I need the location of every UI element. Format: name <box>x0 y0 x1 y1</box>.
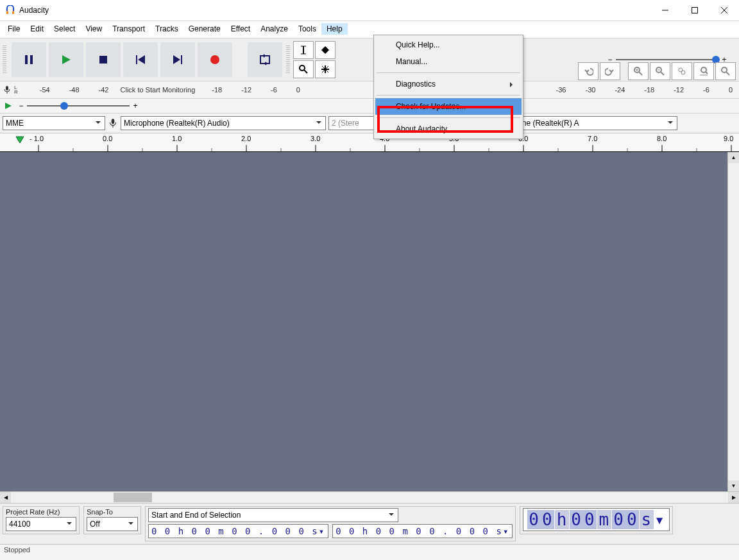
fit-project-button[interactable] <box>693 62 714 80</box>
svg-line-29 <box>639 72 642 75</box>
menu-generate[interactable]: Generate <box>183 23 226 35</box>
menubar: File Edit Select View Transport Tracks G… <box>0 21 739 38</box>
zoom-tool[interactable] <box>293 60 314 78</box>
menu-file[interactable]: File <box>3 23 25 35</box>
envelope-tool[interactable] <box>315 41 336 59</box>
minimize-button[interactable] <box>650 0 680 21</box>
recording-level-slider[interactable]: − + <box>14 101 142 110</box>
menu-separator <box>377 95 520 96</box>
vertical-scrollbar[interactable]: ▲ ▼ <box>727 152 739 491</box>
menu-diagnostics[interactable]: Diagnostics <box>375 76 522 92</box>
pause-button[interactable] <box>12 42 46 77</box>
meter-tick: -24 <box>615 86 625 94</box>
scroll-up-button[interactable]: ▲ <box>728 152 739 163</box>
menu-about-audacity[interactable]: About Audacity... <box>375 121 522 137</box>
svg-rect-7 <box>30 55 33 64</box>
selection-mode-combo[interactable]: Start and End of Selection <box>148 508 398 522</box>
titlebar: Audacity <box>0 0 739 21</box>
menu-edit[interactable]: Edit <box>25 23 49 35</box>
meter-tick: -42 <box>99 86 109 94</box>
plus-icon: + <box>132 101 139 110</box>
meter-tick: -36 <box>556 86 566 94</box>
help-menu-dropdown: Quick Help... Manual... Diagnostics Chec… <box>373 35 523 139</box>
svg-rect-0 <box>6 11 8 14</box>
selection-tool[interactable] <box>293 41 314 59</box>
menu-analyze[interactable]: Analyze <box>255 23 293 35</box>
toolbar-grip[interactable] <box>3 46 6 74</box>
selection-start-time[interactable]: 0 0 h 0 0 m 0 0 . 0 0 0 s▾ <box>148 524 328 538</box>
recording-meter[interactable]: LR -54 -48 -42 Click to Start Monitoring… <box>0 81 739 99</box>
meter-hint: Click to Start Monitoring <box>121 86 196 94</box>
horizontal-scrollbar[interactable]: ◀ ▶ <box>0 491 739 503</box>
scroll-right-button[interactable]: ▶ <box>728 492 739 503</box>
menu-effect[interactable]: Effect <box>226 23 255 35</box>
menu-quick-help[interactable]: Quick Help... <box>375 37 522 53</box>
menu-view[interactable]: View <box>80 23 107 35</box>
menu-tracks[interactable]: Tracks <box>150 23 183 35</box>
record-button[interactable] <box>198 42 232 77</box>
ruler-label: 9.0 <box>724 135 733 142</box>
ruler-label: 8.0 <box>657 135 667 142</box>
svg-point-35 <box>701 67 706 72</box>
scroll-thumb[interactable] <box>114 493 152 502</box>
skip-end-button[interactable] <box>160 42 195 77</box>
svg-point-20 <box>300 65 305 71</box>
menu-separator <box>377 117 520 118</box>
audio-position-group: 00h00m00s▾ <box>520 506 673 534</box>
loop-button[interactable] <box>248 42 282 77</box>
menu-manual[interactable]: Manual... <box>375 53 522 70</box>
meter-tick: -12 <box>241 86 251 94</box>
fit-selection-button[interactable] <box>672 62 692 80</box>
audio-host-combo[interactable]: MME <box>3 116 105 130</box>
toolbar-grip[interactable] <box>286 46 290 74</box>
audacity-window: Audacity File Edit Select View Transport… <box>0 0 739 560</box>
svg-point-14 <box>210 55 219 64</box>
meter-tick: -54 <box>40 86 50 94</box>
zoom-toggle-button[interactable] <box>715 62 736 80</box>
close-button[interactable] <box>709 0 739 21</box>
playhead-icon[interactable] <box>15 136 24 145</box>
stop-button[interactable] <box>86 42 121 77</box>
svg-line-36 <box>706 72 708 74</box>
selection-toolbar: Project Rate (Hz) 44100 Snap-To Off Star… <box>0 503 739 544</box>
scroll-left-button[interactable]: ◀ <box>0 492 11 503</box>
meter-tick: -18 <box>644 86 654 94</box>
menu-transport[interactable]: Transport <box>107 23 150 35</box>
svg-marker-19 <box>321 46 329 54</box>
svg-marker-11 <box>138 55 145 64</box>
undo-button[interactable] <box>578 62 599 80</box>
project-rate-combo[interactable]: 44100 <box>6 517 76 531</box>
zoom-in-button[interactable] <box>628 62 649 80</box>
meter-tick: -30 <box>585 86 595 94</box>
timeline-ruler[interactable]: - 1.0 0.0 1.0 2.0 3.0 4.0 5.0 6.0 7.0 8.… <box>0 133 739 152</box>
menu-select[interactable]: Select <box>49 23 80 35</box>
menu-tools[interactable]: Tools <box>293 23 321 35</box>
app-icon <box>5 5 15 15</box>
svg-point-38 <box>722 67 727 72</box>
scroll-down-button[interactable]: ▼ <box>728 480 739 491</box>
menu-check-for-updates[interactable]: Check for Updates... <box>375 98 522 115</box>
window-title: Audacity <box>19 6 49 15</box>
meter-tick: 0 <box>729 86 733 94</box>
project-rate-group: Project Rate (Hz) 44100 <box>3 506 80 534</box>
audio-position-time[interactable]: 00h00m00s▾ <box>523 508 670 531</box>
track-area[interactable]: ▲ ▼ <box>0 152 739 491</box>
menu-help[interactable]: Help <box>321 23 348 35</box>
skip-start-button[interactable] <box>123 42 158 77</box>
snap-to-combo[interactable]: Off <box>87 517 138 531</box>
zoom-out-button[interactable] <box>650 62 670 80</box>
menu-separator <box>377 72 520 73</box>
ruler-label: - 1.0 <box>30 135 44 142</box>
status-text: Stopped <box>4 546 30 554</box>
play-button[interactable] <box>49 42 83 77</box>
multi-tool[interactable] <box>315 60 336 78</box>
maximize-button[interactable] <box>680 0 709 21</box>
snap-to-group: Snap-To Off <box>83 506 141 534</box>
play-icon <box>3 100 14 112</box>
selection-end-time[interactable]: 0 0 h 0 0 m 0 0 . 0 0 0 s▾ <box>332 524 513 538</box>
recording-device-combo[interactable]: Microphone (Realtek(R) Audio) <box>121 116 326 130</box>
ruler-ticks <box>0 145 739 151</box>
redo-button[interactable] <box>600 62 620 80</box>
svg-line-39 <box>726 72 729 75</box>
svg-rect-40 <box>6 86 8 90</box>
